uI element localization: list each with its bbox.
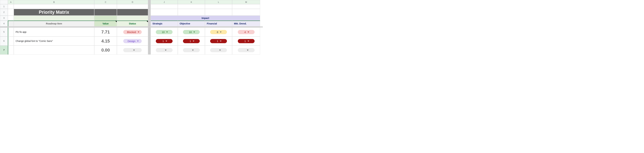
financial-cell[interactable]	[205, 45, 232, 55]
dropdown-chip[interactable]: 1	[156, 39, 172, 43]
row-header-1[interactable]: 1	[0, 4, 8, 9]
cell-b1[interactable]	[14, 4, 94, 9]
objective-cell[interactable]	[178, 45, 205, 55]
dropdown-chip[interactable]: 1	[183, 39, 200, 43]
header-status[interactable]: Status	[117, 20, 148, 26]
cell-note-indicator[interactable]	[146, 21, 148, 22]
col-header-j[interactable]: J	[150, 0, 178, 4]
mktdmnd-cell[interactable]	[232, 45, 260, 55]
row-header-4[interactable]: 4	[0, 20, 8, 26]
dropdown-chip[interactable]: 1	[210, 39, 227, 43]
financial-cell[interactable]: 1	[205, 36, 232, 45]
cell-l2[interactable]	[205, 9, 232, 15]
cell-j2[interactable]	[150, 9, 178, 15]
cell-a5[interactable]	[8, 27, 14, 36]
dropdown-chip[interactable]	[238, 48, 254, 52]
objective-cell[interactable]: 1	[178, 36, 205, 45]
filter-icon[interactable]	[202, 22, 204, 25]
header-label: Status	[129, 22, 136, 25]
row-header-5[interactable]: 5	[0, 27, 8, 36]
filter-icon[interactable]	[113, 22, 116, 25]
row-header-3[interactable]: 3	[0, 15, 8, 20]
cell-a3[interactable]	[8, 15, 14, 20]
dropdown-chip[interactable]: 8	[210, 30, 227, 34]
dropdown-chip[interactable]	[183, 48, 200, 52]
col-header-m[interactable]: M	[232, 0, 260, 4]
row-header-7[interactable]: 7	[0, 45, 8, 55]
cell-c2[interactable]	[94, 9, 117, 15]
value-cell[interactable]: 7.71	[94, 27, 117, 36]
filter-icon[interactable]	[10, 22, 12, 25]
col-header-a[interactable]: A	[8, 0, 14, 4]
cell-a1[interactable]	[8, 4, 14, 9]
dropdown-chip[interactable]: Design	[123, 39, 142, 43]
strategic-cell[interactable]	[150, 45, 178, 55]
cell-note-indicator[interactable]	[116, 21, 117, 22]
cell-k1[interactable]	[178, 4, 205, 9]
roadmap-item-cell[interactable]: Plz fix app	[14, 27, 94, 36]
cell-m1[interactable]	[232, 4, 260, 9]
cell-a6[interactable]	[8, 36, 14, 45]
cell-k2[interactable]	[178, 9, 205, 15]
cell-j1[interactable]	[150, 4, 178, 9]
mktdmnd-cell[interactable]: 4	[232, 27, 260, 36]
dropdown-chip[interactable]: 4	[238, 30, 254, 34]
dropdown-chip[interactable]	[210, 48, 227, 52]
objective-cell[interactable]: 10	[178, 27, 205, 36]
cell-b3[interactable]	[14, 15, 94, 20]
cell-c1[interactable]	[94, 4, 117, 9]
strategic-cell[interactable]: 1	[150, 36, 178, 45]
roadmap-item-cell[interactable]	[14, 45, 94, 55]
cell-d3[interactable]	[117, 15, 148, 20]
frozen-column-divider	[148, 27, 150, 36]
status-cell[interactable]: Blocked	[117, 27, 148, 36]
strategic-cell[interactable]: 10	[150, 27, 178, 36]
status-cell[interactable]	[117, 45, 148, 55]
dropdown-chip[interactable]: 10	[156, 30, 172, 34]
filter-icon[interactable]	[228, 22, 231, 25]
status-cell[interactable]: Design	[117, 36, 148, 45]
dropdown-chip[interactable]: 1	[238, 39, 254, 43]
filter-icon[interactable]	[91, 22, 93, 25]
impact-group-header[interactable]: Impact	[150, 15, 260, 20]
select-all-corner[interactable]	[0, 0, 8, 4]
cell-d1[interactable]	[117, 4, 148, 9]
cell-a2[interactable]	[8, 9, 14, 15]
financial-cell[interactable]: 8	[205, 27, 232, 36]
cell-d2[interactable]	[117, 9, 148, 15]
value-cell[interactable]: 0.00	[94, 45, 117, 55]
dropdown-chip[interactable]: 10	[183, 30, 200, 34]
row-label: 3	[3, 17, 4, 19]
cell-a4[interactable]	[8, 20, 14, 26]
chip-label: 10	[162, 31, 165, 33]
value-text: 0.00	[101, 47, 110, 53]
cell-l1[interactable]	[205, 4, 232, 9]
dropdown-chip[interactable]	[123, 48, 142, 52]
col-header-c[interactable]: C	[94, 0, 117, 4]
col-header-d[interactable]: D	[117, 0, 148, 4]
row-header-6[interactable]: 6	[0, 36, 8, 45]
header-financial[interactable]: Financial	[205, 20, 232, 26]
cell-c3[interactable]	[94, 15, 117, 20]
filter-icon[interactable]	[144, 22, 147, 25]
header-value[interactable]: Value	[94, 20, 117, 26]
roadmap-item-cell[interactable]: Change global font to "Comic Sans"	[14, 36, 94, 45]
filter-icon[interactable]	[256, 22, 259, 25]
value-cell[interactable]: 4.15	[94, 36, 117, 45]
cell-m2[interactable]	[232, 9, 260, 15]
filter-icon[interactable]	[174, 22, 176, 25]
title-cell[interactable]: Priority Matrix	[14, 9, 94, 15]
col-header-l[interactable]: L	[205, 0, 232, 4]
col-header-k[interactable]: K	[178, 0, 205, 4]
row-header-2[interactable]: 2	[0, 9, 8, 15]
header-objective[interactable]: Objective	[178, 20, 205, 26]
dropdown-chip[interactable]: Blocked	[123, 30, 142, 34]
frozen-column-divider	[148, 4, 150, 9]
header-strategic[interactable]: Strategic	[150, 20, 178, 26]
dropdown-chip[interactable]	[156, 48, 172, 52]
col-header-b[interactable]: B	[14, 0, 94, 4]
cell-a7[interactable]	[8, 45, 14, 55]
header-mktdmnd[interactable]: Mkt. Dmnd.	[232, 20, 260, 26]
mktdmnd-cell[interactable]: 1	[232, 36, 260, 45]
header-roadmap[interactable]: Roadmap Item	[14, 20, 94, 26]
